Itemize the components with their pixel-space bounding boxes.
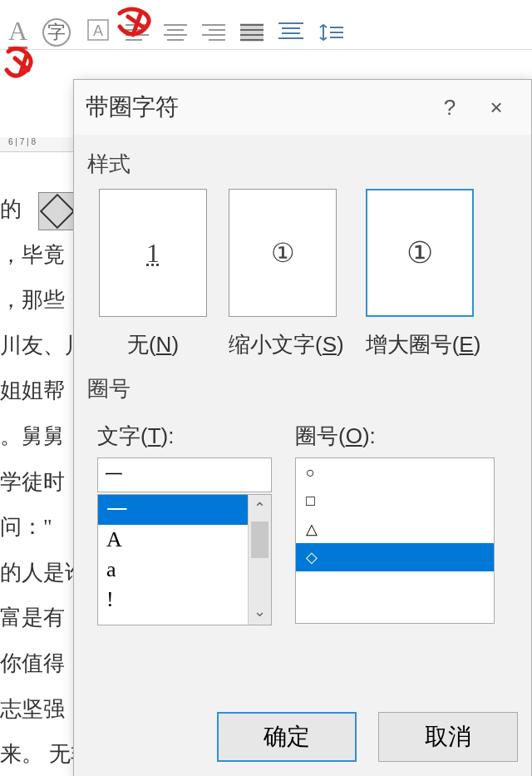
align-center-icon	[164, 23, 187, 42]
text-color-icon: A	[8, 16, 27, 49]
toolbar: A 字 A	[0, 15, 532, 50]
text-field-label: 文字(T):	[97, 422, 272, 451]
align-distribute-icon	[278, 22, 303, 43]
diamond-char	[38, 192, 76, 230]
align-right-button[interactable]	[202, 23, 225, 42]
align-justify-icon	[240, 23, 264, 42]
ok-button[interactable]: 确定	[217, 712, 357, 762]
scroll-thumb[interactable]	[251, 521, 268, 558]
enclosure-field-label: 圈号(O):	[295, 422, 508, 451]
enclose-char-button[interactable]: 字	[42, 18, 71, 47]
dialog-title: 带圈字符	[86, 91, 426, 123]
dialog-titlebar: 带圈字符 ? ×	[74, 80, 531, 135]
list-item[interactable]: □	[296, 487, 494, 515]
text-listbox[interactable]: 一 A a ! ⌃ ⌄	[97, 494, 272, 625]
style-options-row: 1 无(N) ① 缩小文字(S) ① 增大圈号(E)	[74, 189, 531, 359]
text-color-button[interactable]: A	[8, 16, 27, 49]
cancel-button[interactable]: 取消	[378, 712, 518, 762]
align-justify-button[interactable]	[240, 23, 264, 42]
style-option-none[interactable]: 1	[99, 189, 207, 317]
list-item[interactable]: △	[296, 515, 494, 543]
align-left-button[interactable]	[126, 23, 149, 42]
list-item[interactable]: !	[98, 585, 271, 615]
char-border-icon: A	[86, 17, 111, 47]
style-option-enlarge[interactable]: ①	[366, 189, 474, 317]
scroll-up-icon[interactable]: ⌃	[249, 495, 271, 521]
enclose-char-dialog: 带圈字符 ? × 样式 1 无(N) ① 缩小文字(S) ① 增大圈号(E) 圈…	[73, 79, 532, 776]
list-item[interactable]: ○	[296, 458, 494, 487]
svg-text:A: A	[93, 22, 103, 39]
scrollbar[interactable]: ⌃ ⌄	[248, 495, 271, 625]
list-item[interactable]: a	[98, 555, 271, 585]
line-spacing-icon	[318, 21, 343, 44]
help-button[interactable]: ?	[426, 86, 473, 128]
style-option-shrink[interactable]: ①	[229, 189, 337, 317]
char-border-button[interactable]: A	[86, 17, 111, 47]
list-item[interactable]: 一	[98, 495, 271, 525]
style-label-none: 无(N)	[99, 330, 207, 359]
align-distribute-button[interactable]	[278, 22, 303, 43]
style-section-label: 样式	[74, 135, 531, 189]
line-spacing-button[interactable]	[318, 21, 343, 44]
text-input[interactable]	[97, 457, 272, 492]
red-annotation-1	[2, 45, 38, 82]
list-item[interactable]: A	[98, 525, 271, 555]
list-item[interactable]: ◇	[296, 543, 494, 571]
align-right-icon	[202, 23, 225, 42]
enclosure-listbox[interactable]: ○ □ △ ◇	[295, 457, 495, 624]
align-center-button[interactable]	[164, 23, 187, 42]
scroll-down-icon[interactable]: ⌄	[249, 598, 271, 625]
align-left-icon	[126, 23, 149, 42]
style-label-enlarge: 增大圈号(E)	[366, 330, 481, 359]
enclosure-section-label: 圈号	[74, 359, 531, 413]
close-button[interactable]: ×	[473, 86, 520, 128]
style-label-shrink: 缩小文字(S)	[229, 330, 344, 359]
enclose-char-icon: 字	[42, 18, 71, 47]
